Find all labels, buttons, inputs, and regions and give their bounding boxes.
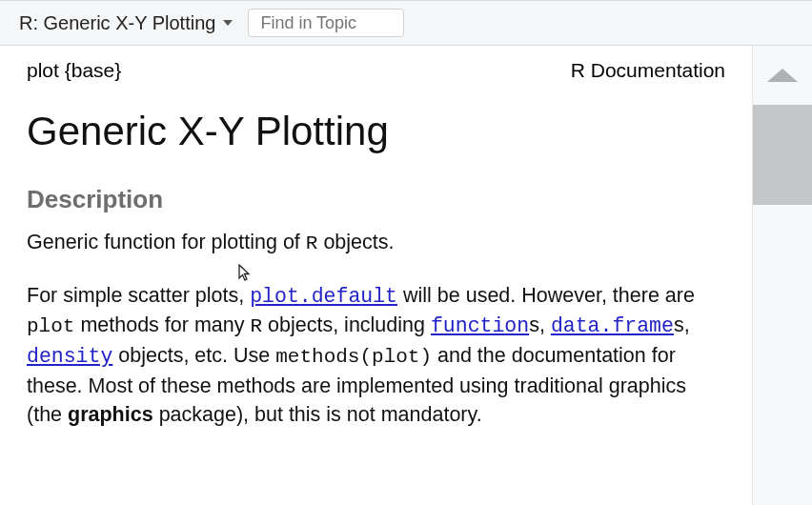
caret-down-icon (223, 20, 233, 26)
breadcrumb-label: R: Generic X-Y Plotting (19, 12, 215, 34)
scrollbar[interactable] (753, 46, 812, 505)
inline-code: plot (27, 315, 74, 337)
help-content: plot {base} R Documentation Generic X-Y … (0, 46, 753, 505)
topic-identifier: plot {base} (27, 59, 121, 82)
link-plot-default[interactable]: plot.default (250, 285, 397, 308)
description-paragraph-2: For simple scatter plots, plot.default w… (27, 281, 725, 430)
breadcrumb-dropdown[interactable]: R: Generic X-Y Plotting (19, 12, 233, 34)
documentation-label: R Documentation (571, 59, 725, 82)
scroll-up-button[interactable] (753, 46, 812, 105)
toolbar: R: Generic X-Y Plotting (0, 0, 812, 46)
bold-graphics: graphics (68, 403, 153, 426)
find-in-topic-input[interactable] (248, 9, 404, 37)
link-function[interactable]: function (431, 314, 529, 337)
page-title: Generic X-Y Plotting (27, 109, 725, 154)
inline-code: R (306, 232, 318, 254)
link-data-frame[interactable]: data.frame (551, 314, 674, 337)
description-paragraph-1: Generic function for plotting of R objec… (27, 228, 725, 258)
inline-code: methods(plot) (275, 346, 432, 368)
section-description-heading: Description (27, 185, 725, 214)
scroll-thumb[interactable] (753, 105, 812, 205)
scroll-up-icon (767, 69, 798, 82)
link-density[interactable]: density (27, 345, 112, 368)
inline-code: R (250, 315, 262, 337)
